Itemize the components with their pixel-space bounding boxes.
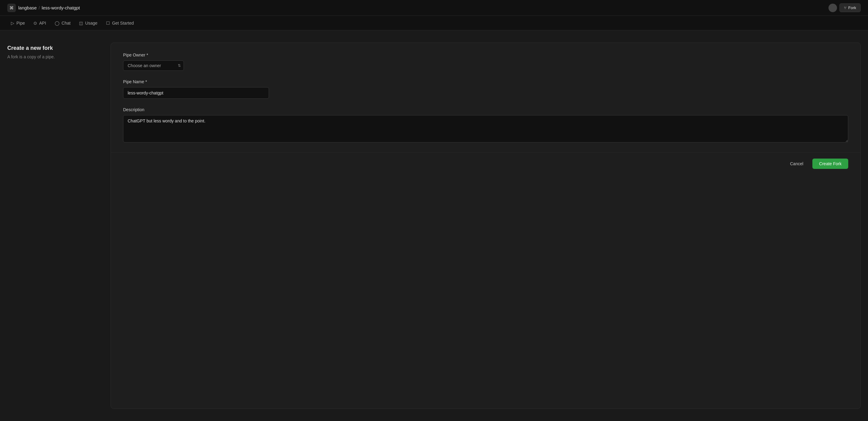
tab-pipe[interactable]: ▷ Pipe [7,18,29,28]
form-footer: Cancel Create Fork [111,152,860,175]
avatar [829,4,837,12]
tab-chat[interactable]: ◯ Chat [51,18,74,28]
owner-select-wrapper: Choose an owner ⇅ [123,60,184,71]
pipe-icon: ▷ [11,21,14,26]
fork-form-card: Pipe Owner * Choose an owner ⇅ Pipe Name… [111,42,861,409]
tab-usage-label: Usage [85,21,97,26]
usage-icon: ◫ [79,21,83,26]
main-content: Create a new fork A fork is a copy of a … [0,30,868,421]
tab-api-label: API [39,21,46,26]
tab-pipe-label: Pipe [17,21,25,26]
cancel-button[interactable]: Cancel [784,159,809,169]
org-name[interactable]: langbase [18,5,37,10]
chat-icon: ◯ [55,21,60,26]
left-panel: Create a new fork A fork is a copy of a … [7,42,111,409]
get-started-icon: ☐ [106,21,110,26]
breadcrumb: langbase / less-wordy-chatgpt [18,5,80,10]
description-textarea[interactable] [123,115,848,142]
page-description: A fork is a copy of a pipe. [7,54,111,59]
tab-get-started[interactable]: ☐ Get Started [102,18,138,28]
form-body: Pipe Owner * Choose an owner ⇅ Pipe Name… [111,43,860,152]
name-group: Pipe Name * [123,79,848,99]
tab-usage[interactable]: ◫ Usage [75,18,101,28]
logo-icon: ⌘ [7,4,16,12]
tab-api[interactable]: ⊙ API [30,18,50,28]
tab-get-started-label: Get Started [112,21,134,26]
owner-group: Pipe Owner * Choose an owner ⇅ [123,53,848,71]
create-fork-button[interactable]: Create Fork [812,159,848,169]
fork-icon: ⑂ [844,5,846,10]
page-title: Create a new fork [7,45,111,51]
nav-tabs: ▷ Pipe ⊙ API ◯ Chat ◫ Usage ☐ Get Starte… [0,16,868,30]
topbar-right: ⑂ Fork [829,3,861,12]
owner-select[interactable]: Choose an owner [123,60,184,71]
topbar-left: ⌘ langbase / less-wordy-chatgpt [7,4,80,12]
description-label: Description [123,107,848,112]
description-group: Description [123,107,848,142]
breadcrumb-separator: / [39,5,40,10]
tab-chat-label: Chat [62,21,71,26]
owner-label: Pipe Owner * [123,53,848,57]
name-label: Pipe Name * [123,79,848,84]
topbar: ⌘ langbase / less-wordy-chatgpt ⑂ Fork [0,0,868,16]
repo-name[interactable]: less-wordy-chatgpt [42,5,80,10]
pipe-name-input[interactable] [123,87,269,99]
api-icon: ⊙ [33,21,37,26]
fork-button[interactable]: ⑂ Fork [839,3,861,12]
